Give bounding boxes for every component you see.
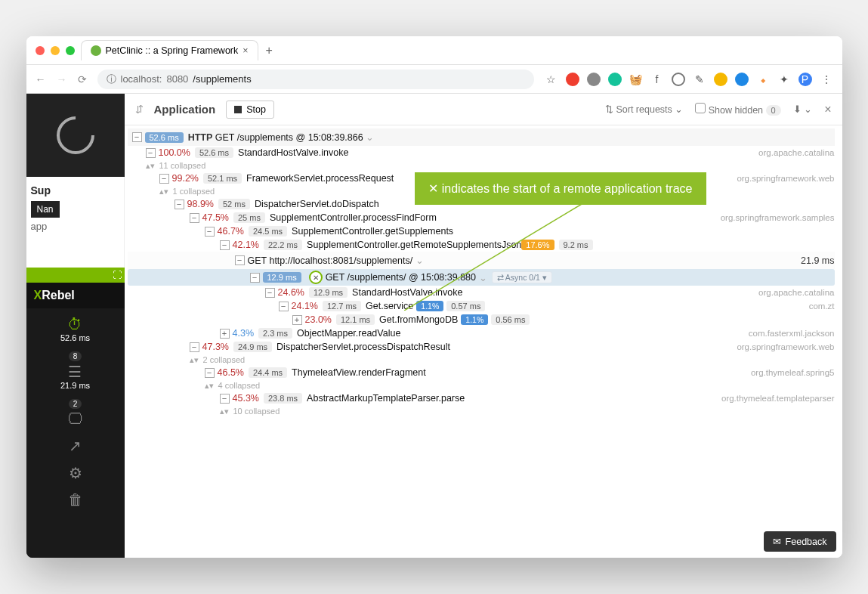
remote-call-row[interactable]: − GET http://localhost:8081/supplements/… [128, 252, 835, 269]
trace-row[interactable]: + 23.0% 12.1 ms Get.fromMongoDB 1.1% 0.5… [128, 313, 835, 326]
stat-share[interactable]: ↗ [69, 437, 82, 455]
feedback-button[interactable]: ✉ Feedback [764, 531, 836, 552]
collapsed-note-row[interactable]: ▴▾1 collapsed [128, 185, 835, 197]
stat-timer[interactable]: ⏱ 52.6 ms [60, 316, 90, 342]
info-icon[interactable]: ⓘ [107, 73, 116, 86]
trace-row[interactable]: + 4.3% 2.3 ms ObjectMapper.readValue com… [128, 326, 835, 340]
stat-timer-value: 52.6 ms [60, 333, 90, 342]
collapse-toggle[interactable]: − [279, 302, 289, 311]
trace-row[interactable]: − 24.1% 12.7 ms Get.service 1.1% 0.57 ms… [128, 299, 835, 313]
collapse-toggle[interactable]: − [205, 368, 215, 378]
collapse-toggle[interactable]: − [159, 174, 169, 184]
collapse-toggle[interactable]: − [220, 394, 230, 404]
ext5-icon[interactable]: ⬥ [756, 73, 770, 86]
nav-buttons: ← → ⟳ [36, 73, 87, 85]
url-input[interactable]: ⓘ localhost:8080/supplements [97, 70, 534, 89]
stop-button[interactable]: Stop [226, 101, 274, 119]
stat-trash[interactable]: 🗑 [68, 491, 83, 509]
close-panel-icon[interactable]: × [824, 103, 831, 116]
collapse-toggle[interactable]: − [205, 227, 215, 237]
trace-row[interactable]: − 46.7% 24.5 ms SupplementController.get… [128, 224, 835, 238]
spring-logo [26, 94, 125, 177]
forward-icon[interactable]: → [57, 73, 67, 85]
trace-row[interactable]: − 42.1% 22.2 ms SupplementController.get… [128, 238, 835, 252]
trace-row[interactable]: − 47.5% 25 ms SupplementController.proce… [128, 211, 835, 224]
grammarly-icon[interactable] [608, 73, 622, 86]
trash-icon: 🗑 [68, 491, 83, 509]
main-area: ⇵ Application Stop ⇅ Sort requests ⌄ Sho… [125, 94, 842, 558]
name-button[interactable]: Nan [31, 201, 60, 218]
collapse-toggle[interactable]: − [132, 132, 142, 142]
show-hidden-toggle[interactable]: Show hidden 0 [695, 103, 780, 116]
star-icon[interactable]: ☆ [545, 73, 558, 86]
facebook-icon[interactable]: f [650, 73, 664, 86]
back-icon[interactable]: ← [36, 73, 46, 85]
dropper-icon[interactable]: ✎ [693, 73, 706, 86]
extensions-icon[interactable]: ✦ [777, 73, 791, 86]
chevron-down-icon[interactable]: ⌄ [479, 272, 487, 283]
collapse-toggle[interactable]: − [146, 148, 156, 158]
app-label: Application [154, 103, 216, 116]
url-path: /supplements [193, 73, 251, 85]
ext4-icon[interactable] [735, 73, 749, 86]
menu-icon[interactable]: ⋮ [820, 73, 833, 86]
stat-settings[interactable]: ⚙ [69, 464, 82, 482]
collapsed-note-row[interactable]: ▴▾10 collapsed [128, 405, 835, 417]
new-tab-button[interactable]: + [266, 44, 273, 57]
trace-row[interactable]: − 99.2% 52.1 ms FrameworkServlet.process… [128, 172, 835, 185]
expand-toggle[interactable]: + [292, 315, 302, 325]
trace-tree: − 52.6 ms HTTP GET /supplements @ 15:08:… [125, 125, 842, 558]
minimize-window-icon[interactable] [51, 46, 60, 55]
close-window-icon[interactable] [36, 46, 45, 55]
stat-monitor[interactable]: 2 🖵 [68, 399, 83, 428]
download-icon[interactable]: ⬇ ⌄ [793, 104, 812, 115]
maximize-window-icon[interactable] [66, 46, 75, 55]
sort-requests-button[interactable]: ⇅ Sort requests ⌄ [605, 104, 683, 115]
content-area: Sup Nan app ⛶ XRebel ⏱ 52.6 ms 8 ☰ 21.9 … [26, 94, 842, 558]
reload-icon[interactable]: ⟳ [78, 73, 87, 85]
browser-window: PetClinic :: a Spring Framework × + ← → … [26, 36, 842, 558]
ext-icon[interactable] [587, 73, 601, 86]
ext2-icon[interactable] [672, 73, 685, 86]
collapse-toggle[interactable]: − [190, 342, 199, 352]
expand-icon[interactable]: ⛶ [113, 270, 122, 280]
xrebel-logo: XRebel [26, 283, 125, 308]
trace-row[interactable]: − 98.9% 52 ms DispatcherServlet.doDispat… [128, 197, 835, 211]
xrebel-stats: ⏱ 52.6 ms 8 ☰ 21.9 ms 2 🖵 ↗ ⚙ 🗑 [26, 308, 125, 558]
xrebel-topbar: ⛶ [26, 268, 125, 283]
tab-title: PetClinic :: a Spring Framework [106, 45, 239, 56]
database-icon: ☰ [68, 363, 82, 381]
collapse-toggle[interactable]: − [265, 288, 275, 298]
collapsed-note-row[interactable]: ▴▾11 collapsed [128, 159, 835, 172]
collapse-toggle[interactable]: − [175, 200, 184, 209]
collapsed-note-row[interactable]: ▴▾2 collapsed [128, 354, 835, 366]
collapse-toggle[interactable]: − [220, 240, 230, 250]
profile-avatar[interactable]: P [798, 73, 812, 86]
left-panel: Sup Nan app ⛶ XRebel ⏱ 52.6 ms 8 ☰ 21.9 … [26, 94, 125, 558]
trace-row[interactable]: − 47.3% 24.9 ms DispatcherServlet.proces… [128, 340, 835, 354]
browser-tab[interactable]: PetClinic :: a Spring Framework × [81, 40, 258, 60]
address-bar: ← → ⟳ ⓘ localhost:8080/supplements ☆ 🧺 f… [26, 65, 842, 94]
trace-row[interactable]: − 45.3% 23.8 ms AbstractMarkupTemplatePa… [128, 391, 835, 405]
chevron-down-icon[interactable]: ⌄ [415, 255, 424, 266]
stop-icon [234, 106, 242, 113]
stat-io[interactable]: 8 ☰ 21.9 ms [60, 351, 90, 390]
expand-toggle[interactable]: + [220, 329, 230, 339]
collapse-toggle[interactable]: − [250, 273, 260, 283]
collapse-toggle[interactable]: − [235, 255, 245, 265]
collapse-toggle[interactable]: − [190, 213, 199, 223]
trace-row[interactable]: − 24.6% 12.9 ms StandardHostValve.invoke… [128, 286, 835, 299]
tab-close-icon[interactable]: × [242, 45, 248, 56]
ext3-icon[interactable] [714, 73, 727, 86]
stat-io-badge: 8 [69, 351, 82, 361]
collapsed-note-row[interactable]: ▴▾4 collapsed [128, 379, 835, 391]
ublock-icon[interactable] [566, 73, 579, 86]
basket-icon[interactable]: 🧺 [629, 73, 643, 86]
remote-trace-start[interactable]: − 12.9 ms ✕ GET /supplements/ @ 15:08:39… [128, 269, 835, 286]
trace-row[interactable]: − 100.0% 52.6 ms StandardHostValve.invok… [128, 146, 835, 159]
filter-icon[interactable]: ⇵ [135, 104, 144, 115]
trace-root[interactable]: − 52.6 ms HTTP GET /supplements @ 15:08:… [128, 128, 835, 146]
chevron-down-icon[interactable]: ⌄ [366, 131, 374, 143]
async-badge[interactable]: ⇄ Async 0/1 ▾ [492, 271, 552, 283]
trace-row[interactable]: − 46.5% 24.4 ms ThymeleafView.renderFrag… [128, 366, 835, 379]
